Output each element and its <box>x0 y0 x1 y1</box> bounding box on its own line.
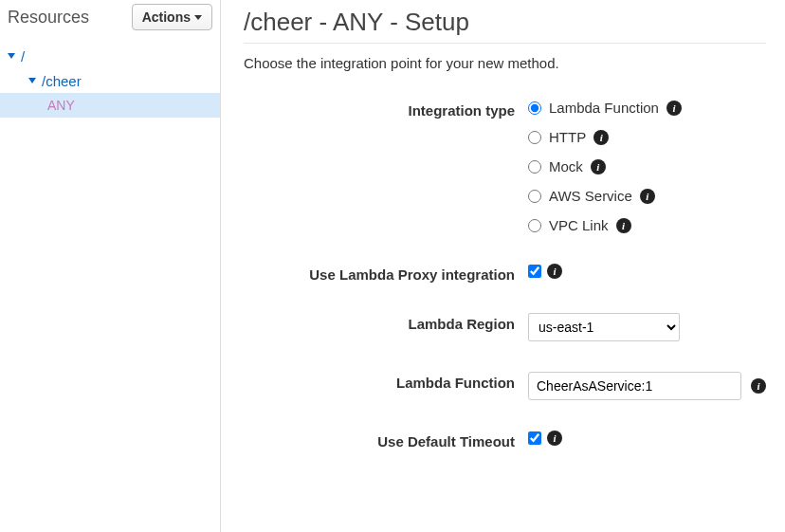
lambda-function-input[interactable] <box>528 372 741 400</box>
radio-label: Mock <box>549 158 583 174</box>
label-default-timeout: Use Default Timeout <box>244 431 528 449</box>
field-use-proxy: Use Lambda Proxy integration i <box>244 264 766 283</box>
field-integration-type: Integration type Lambda Function i HTTP … <box>244 100 766 233</box>
chevron-down-icon <box>8 53 15 59</box>
label-use-proxy: Use Lambda Proxy integration <box>244 264 528 283</box>
radio-label: VPC Link <box>549 217 609 233</box>
info-icon[interactable]: i <box>547 431 562 446</box>
radio-vpc-link[interactable]: VPC Link i <box>528 217 766 233</box>
main-content: /cheer - ANY - Setup Choose the integrat… <box>221 0 785 532</box>
actions-button[interactable]: Actions <box>132 4 212 30</box>
radio-mock[interactable]: Mock i <box>528 158 766 174</box>
default-timeout-control: i <box>528 431 766 446</box>
page-title: /cheer - ANY - Setup <box>244 8 766 44</box>
radio-label: AWS Service <box>549 188 632 204</box>
default-timeout-checkbox[interactable] <box>528 431 541 445</box>
radio-lambda-function[interactable]: Lambda Function i <box>528 100 766 116</box>
info-icon[interactable]: i <box>751 378 766 394</box>
field-default-timeout: Use Default Timeout i <box>244 431 766 449</box>
radio-input[interactable] <box>528 190 541 203</box>
info-icon[interactable]: i <box>666 101 682 116</box>
tree-resource-cheer[interactable]: /cheer <box>0 68 220 93</box>
lambda-region-select[interactable]: us-east-1 <box>528 313 680 341</box>
tree-root[interactable]: / <box>0 44 220 68</box>
label-lambda-function: Lambda Function <box>244 372 528 391</box>
radio-label: HTTP <box>549 129 586 145</box>
radio-input[interactable] <box>528 160 541 174</box>
chevron-down-icon <box>28 78 36 83</box>
label-lambda-region: Lambda Region <box>244 313 528 332</box>
actions-button-label: Actions <box>142 9 191 25</box>
tree-method-any[interactable]: ANY <box>0 93 220 118</box>
radio-http[interactable]: HTTP i <box>528 129 766 145</box>
info-icon[interactable]: i <box>616 218 631 233</box>
radio-input[interactable] <box>528 219 541 232</box>
info-icon[interactable]: i <box>640 189 655 204</box>
tree-method-label: ANY <box>47 98 75 113</box>
info-icon[interactable]: i <box>547 264 562 279</box>
field-lambda-function: Lambda Function i <box>244 372 766 400</box>
info-icon[interactable]: i <box>593 130 609 145</box>
page-subtitle: Choose the integration point for your ne… <box>244 55 766 71</box>
chevron-down-icon <box>194 15 202 20</box>
radio-input[interactable] <box>528 101 541 115</box>
tree-root-label: / <box>21 48 25 64</box>
sidebar-header: Resources Actions <box>0 4 220 40</box>
resource-tree: / /cheer ANY <box>0 40 220 118</box>
resources-sidebar: Resources Actions / /cheer ANY <box>0 0 221 532</box>
radio-label: Lambda Function <box>549 100 659 116</box>
radio-aws-service[interactable]: AWS Service i <box>528 188 766 204</box>
sidebar-title: Resources <box>8 8 89 28</box>
integration-type-options: Lambda Function i HTTP i Mock i AWS Serv… <box>528 100 766 233</box>
label-integration-type: Integration type <box>244 100 528 119</box>
radio-input[interactable] <box>528 131 541 144</box>
field-lambda-region: Lambda Region us-east-1 <box>244 313 766 341</box>
tree-resource-label: /cheer <box>42 73 82 89</box>
info-icon[interactable]: i <box>591 159 606 174</box>
use-proxy-control: i <box>528 264 766 279</box>
use-proxy-checkbox[interactable] <box>528 265 541 278</box>
